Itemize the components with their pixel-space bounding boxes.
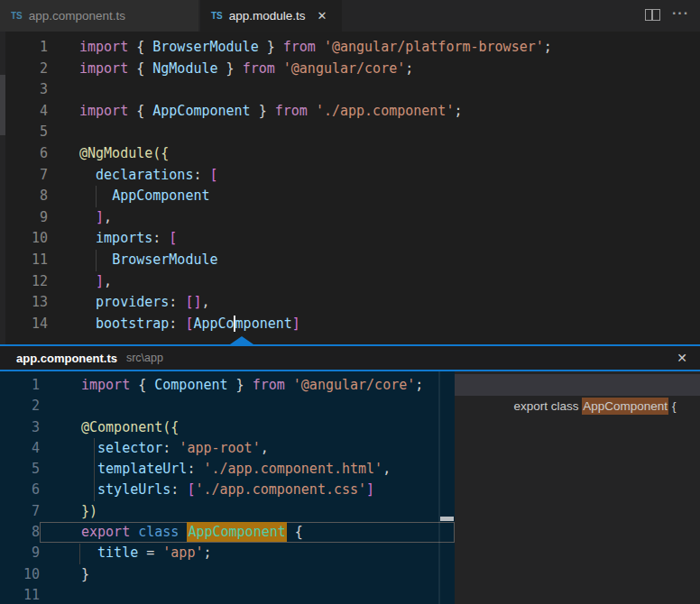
code-token: styleUrls [97,481,170,498]
code-token: ] [79,273,104,289]
main-editor[interactable]: 1import { BrowserModule } from '@angular… [0,32,700,344]
line-number: 9 [0,207,48,229]
peek-file-name: app.component.ts [16,352,117,365]
line-number: 1 [0,37,48,59]
line-number: 4 [0,101,48,123]
code-token: , [201,294,209,310]
overview-ruler-match-mark [440,517,454,521]
code-token: @NgModule({ [79,145,169,161]
line-number: 10 [0,228,48,250]
code-token: BrowserModule [112,252,217,268]
line-number: 2 [0,59,48,80]
peek-file-path: src\app [126,352,163,364]
peek-header: app.component.ts src\app ✕ [0,346,700,371]
code-token: import [79,103,136,119]
code-line: 7 declarations: [ [0,165,700,187]
code-token: , [104,209,112,225]
code-token: ; [405,60,413,77]
code-line: 4import { AppComponent } from './app.com… [0,101,700,123]
split-editor-button[interactable] [643,8,661,23]
code-token [79,188,112,204]
code-token: class [138,524,187,540]
line-number: 6 [0,143,48,165]
code-line: 14 bootstrap: [AppComponent] [0,314,700,335]
peek-editor[interactable]: 1import { Component } from '@angular/cor… [0,371,455,604]
line-number: 8 [0,522,40,543]
code-token [81,545,97,561]
line-number: 6 [0,480,40,500]
code-token: '@angular/platform-browser' [324,39,544,55]
line-number: 3 [0,417,40,438]
code-token: : [162,440,179,456]
peek-references-list: export class AppComponent { [455,371,700,604]
code-token: export [81,524,138,540]
code-token: : [169,294,185,310]
line-number: 2 [0,396,40,416]
code-token: { [136,60,152,77]
code-token [81,440,97,456]
left-edge-strip [0,32,5,344]
line-number: 7 [0,165,48,187]
reference-match-highlight: AppComponent [582,398,668,415]
peek-editor-code: 1import { Component } from '@angular/cor… [0,371,455,604]
line-number: 3 [0,79,48,101]
split-editor-icon-divider [651,9,653,21]
code-line: 8 AppComponent [0,186,700,207]
line-number: 5 [0,459,40,480]
code-token [79,252,112,268]
left-edge-scrollbar-sliver [0,75,5,135]
editor-tab-bar: TS app.component.ts TS app.module.ts ✕ ·… [0,0,700,32]
line-number: 7 [0,501,40,522]
code-line: 1import { Component } from '@angular/cor… [0,375,455,396]
peek-anchor-arrow-icon [230,336,253,344]
code-token: ; [415,377,423,393]
code-token: from [243,60,283,77]
more-actions-button[interactable]: ··· [672,5,689,32]
tab-app-component-ts[interactable]: TS app.component.ts [0,0,198,32]
code-token: , [382,461,391,477]
code-token: : [169,316,185,332]
code-line: 5 templateUrl: './app.component.html', [0,459,455,480]
code-token: } [218,60,243,77]
peek-close-icon[interactable]: ✕ [673,351,691,365]
code-token: 'app' [162,545,203,561]
code-line: 7}) [0,501,455,522]
code-token [79,230,96,246]
code-token [79,167,96,183]
code-line: 13 providers: [], [0,292,700,314]
code-token: AppComponent [112,188,209,204]
code-token: [ [210,167,218,183]
code-line: 11 BrowserModule [0,250,700,271]
line-number: 10 [0,564,40,585]
code-token [81,481,97,498]
code-token: , [261,440,269,456]
line-number: 9 [0,543,40,563]
reference-list-item[interactable]: export class AppComponent { [455,374,700,396]
tab-close-icon[interactable]: ✕ [318,9,327,23]
code-token: { [136,103,152,119]
code-token: } [81,566,89,582]
code-token: [] [185,294,201,310]
code-line: 12 ], [0,271,700,293]
code-line: 11 [0,585,455,604]
line-number: 13 [0,292,48,314]
code-token: selector [97,440,162,456]
line-number: 14 [0,314,48,335]
line-number: 11 [0,585,40,604]
tab-bar-spacer [342,0,643,32]
code-token: declarations [96,167,193,183]
line-number: 5 [0,122,48,143]
code-line: 6@NgModule({ [0,143,700,165]
code-token: : [152,230,169,246]
peek-editor-scrollbar[interactable] [438,371,440,604]
code-token: BrowserModule [152,39,258,55]
code-token: import [79,60,136,77]
code-token: NgModule [152,60,217,77]
code-line: 6 styleUrls: ['./app.component.css'] [0,480,455,500]
code-token: from [283,39,324,55]
code-line: 2 [0,396,455,416]
tab-app-module-ts[interactable]: TS app.module.ts ✕ [200,0,342,32]
line-number: 11 [0,250,48,271]
peek-body: 1import { Component } from '@angular/cor… [0,371,700,604]
code-token [79,294,96,310]
